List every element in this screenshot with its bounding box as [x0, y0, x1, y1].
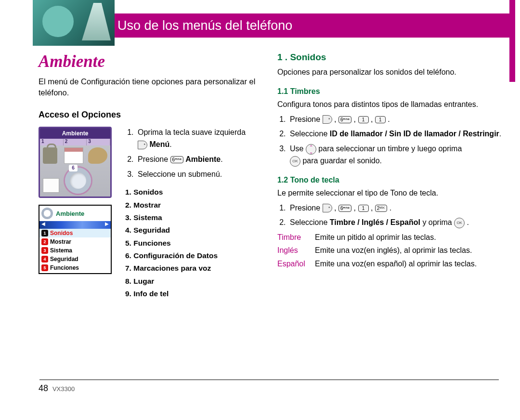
item-number-badge: 2: [41, 238, 48, 245]
submenu-item: 9. Info de tel: [125, 288, 260, 300]
access-steps: Oprima la tecla suave izquierda Menú. Pr…: [125, 127, 260, 300]
digit: 2: [64, 139, 87, 145]
item-label: Sonidos: [50, 230, 73, 236]
scroll-bar-icon: [39, 221, 111, 229]
section-1-2-heading: 1.2 Tono de tecla: [277, 176, 504, 184]
phone-list-item: 2Mostrar: [39, 237, 111, 246]
item-number-badge: 3: [41, 247, 48, 254]
text: Presione: [138, 155, 170, 163]
definition-desc: Emite un pitido al oprimir las teclas.: [315, 232, 436, 243]
gear-icon: [65, 168, 91, 194]
left-column: Ambiente El menú de Configuración tiene …: [39, 52, 260, 300]
definition-desc: Emite una voz(en español) al oprimir las…: [315, 258, 477, 269]
submenu-item: 8. Lugar: [125, 275, 260, 288]
section-1-intro: Opciones para personalizar los sonidos d…: [277, 66, 504, 79]
options-bold: ID de llamador / Sin ID de llamador / Re…: [330, 130, 499, 138]
key-icon: 1: [375, 116, 386, 123]
key-icon: 6ᵐⁿᵒ: [338, 116, 351, 123]
phone-list-item: 3Sistema: [39, 246, 111, 255]
item-number-badge: 5: [41, 264, 48, 271]
definition-term: Timbre: [277, 232, 310, 243]
item-label: Seguridad: [50, 256, 78, 262]
key-icon: 6ᵐⁿᵒ: [338, 205, 351, 212]
phone-list-item: 5Funciones: [39, 263, 111, 272]
submenu-item: 4. Seguridad: [125, 224, 260, 236]
text: Seleccione: [290, 218, 330, 226]
calendar-icon: [64, 147, 83, 164]
section-1-1-heading: 1.1 Timbres: [277, 87, 504, 96]
phone-list-item: 1Sonidos: [39, 229, 111, 237]
text: Presione: [290, 204, 323, 212]
phone-screenshots: Ambiente 1 2 3 6: [39, 127, 116, 300]
item-label: Mostrar: [50, 238, 71, 245]
chapter-title: Uso de los menús del teléfono: [117, 18, 292, 33]
phone1-title: Ambiente: [40, 128, 110, 139]
softkey-icon: [323, 204, 332, 212]
gear-icon: [41, 208, 53, 219]
submenu-item: 7. Marcaciones para voz: [125, 262, 260, 275]
definition-row: EspañolEmite una voz(en español) al opri…: [277, 258, 504, 269]
slot-6-badge: 6: [69, 165, 78, 171]
submenu-item: 3. Sistema: [125, 211, 260, 224]
definition-desc: Emite una voz(en inglés), al oprimir las…: [315, 245, 472, 256]
section-1-2-intro: Le permite seleccionar el tipo de Tono d…: [277, 187, 504, 199]
model-number: VX3300: [52, 385, 75, 393]
step-1-1-3: Use para seleccionar un timbre y luego o…: [288, 143, 504, 167]
text: para seleccionar un timbre y luego oprim…: [318, 144, 462, 153]
intro-paragraph: El menú de Configuración tiene opciones …: [39, 76, 260, 98]
section-1-heading: 1 . Sonidos: [277, 52, 504, 63]
definitions-list: TimbreEmite un pitido al oprimir las tec…: [277, 232, 504, 269]
document-icon: [43, 178, 59, 193]
definition-row: InglésEmite una voz(en inglés), al oprim…: [277, 245, 504, 256]
key-icon: 1: [358, 116, 369, 123]
phone2-title: Ambiente: [56, 210, 84, 217]
text: Seleccione: [290, 130, 330, 138]
phone-screenshot-list: Ambiente 1Sonidos2Mostrar3Sistema4Seguri…: [39, 205, 112, 274]
submenu-item: 1. Sonidos: [125, 186, 260, 198]
submenu-item: 5. Funciones: [125, 237, 260, 249]
step-1-2-1: Presione , 6ᵐⁿᵒ , 1 , 2ᵃᵇᶜ .: [288, 202, 504, 214]
step-3: Seleccione un submenú.: [136, 169, 260, 181]
phone-screenshot-grid: Ambiente 1 2 3 6: [39, 127, 112, 198]
step-1-2-2: Seleccione Timbre / Inglés / Español y o…: [288, 217, 504, 229]
options-bold: Timbre / Inglés / Español: [330, 218, 420, 226]
submenu-item: 6. Configuración de Datos: [125, 249, 260, 262]
submenu-item: 2. Mostrar: [125, 199, 260, 211]
section-1-1-intro: Configura tonos para distintos tipos de …: [277, 99, 504, 111]
right-column: 1 . Sonidos Opciones para personalizar l…: [277, 52, 504, 300]
key-6-icon: 6ᵐⁿᵒ: [170, 156, 183, 163]
softkey-left-icon: [138, 141, 147, 149]
phone-list-item: 4Seguridad: [39, 255, 111, 263]
ambiente-label: Ambiente: [185, 155, 221, 163]
definition-row: TimbreEmite un pitido al oprimir las tec…: [277, 232, 504, 243]
submenu-list: 1. Sonidos2. Mostrar3. Sistema4. Segurid…: [125, 186, 260, 300]
menu-label: Menú: [149, 140, 169, 148]
item-number-badge: 1: [41, 230, 48, 236]
access-heading: Acceso el Opciones: [39, 110, 260, 120]
nav-key-icon: [306, 144, 316, 155]
digit: 3: [87, 139, 110, 145]
item-label: Funciones: [50, 264, 79, 271]
decorative-header-image: [33, 0, 115, 46]
page-body: Ambiente El menú de Configuración tiene …: [39, 52, 506, 300]
step-2: Presione 6ᵐⁿᵒ Ambiente.: [136, 154, 260, 166]
key-icon: 2ᵃᵇᶜ: [375, 205, 388, 212]
main-heading: Ambiente: [39, 52, 260, 71]
step-1-1-2: Seleccione ID de llamador / Sin ID de ll…: [288, 128, 504, 140]
palette-icon: [88, 147, 107, 164]
page-footer: 48 VX3300: [39, 383, 75, 394]
text: Presione: [290, 115, 323, 123]
lock-icon: [43, 147, 57, 164]
text: y oprima: [422, 218, 454, 226]
text: para guardar el sonido.: [302, 157, 382, 165]
softkey-icon: [323, 115, 332, 124]
step-1: Oprima la tecla suave izquierda Menú.: [136, 127, 260, 151]
ok-key-icon: OK: [454, 218, 465, 228]
item-number-badge: 4: [41, 256, 48, 262]
ok-key-icon: OK: [290, 156, 300, 167]
step-1-1-1: Presione , 6ᵐⁿᵒ , 1 , 1 .: [288, 114, 504, 126]
definition-term: Inglés: [277, 245, 310, 256]
footer-divider: [39, 380, 499, 380]
text: Oprima la tecla suave izquierda: [138, 128, 246, 136]
page-number: 48: [39, 383, 48, 393]
